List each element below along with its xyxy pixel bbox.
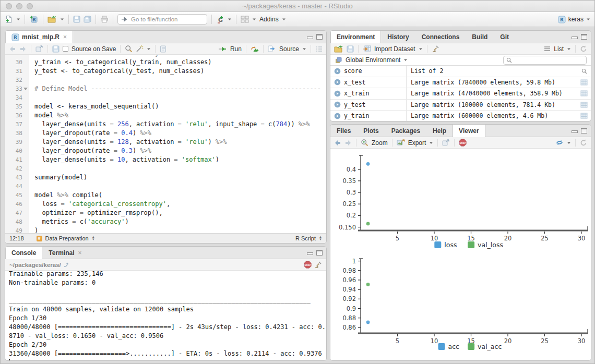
environment-object-y_test[interactable]: y_testLarge matrix (100000 elements, 781… <box>330 100 591 111</box>
save-all-icon[interactable] <box>84 16 91 23</box>
export-plot-icon[interactable] <box>397 139 405 146</box>
expand-object-icon[interactable] <box>334 79 341 86</box>
maximize-pane-icon[interactable] <box>316 34 323 40</box>
files-tab-files[interactable]: Files <box>330 125 357 137</box>
code-line-49[interactable]: 49) <box>5 226 326 233</box>
zoom-button[interactable]: Zoom <box>372 139 388 147</box>
close-tab-icon[interactable]: × <box>63 33 67 41</box>
new-file-icon[interactable] <box>5 15 13 23</box>
env-tab-history[interactable]: History <box>381 31 415 43</box>
code-line-33[interactable]: 33# Define Model -----------------------… <box>5 84 326 93</box>
code-line-35[interactable]: 35model <- keras_model_sequential() <box>5 102 326 111</box>
zoom-plot-icon[interactable] <box>361 139 368 147</box>
refresh-viewer-icon[interactable] <box>580 139 587 147</box>
environment-object-score[interactable]: scoreList of 2 <box>330 66 591 77</box>
code-line-47[interactable]: 47 optimizer = optimizer_rmsprop(), <box>5 209 326 217</box>
import-dataset-icon[interactable] <box>363 45 371 52</box>
environment-object-x_train[interactable]: x_trainLarge matrix (47040000 elements, … <box>330 88 591 100</box>
view-table-icon[interactable] <box>580 79 588 86</box>
rerun-icon[interactable] <box>251 46 259 52</box>
forward-icon[interactable] <box>19 46 27 52</box>
source-button[interactable]: Source <box>279 45 299 53</box>
code-line-40[interactable]: 40 layer_dropout(rate = 0.3) %>% <box>5 147 326 155</box>
code-line-30[interactable]: 30y_train <- to_categorical(y_train, num… <box>5 58 326 67</box>
files-tab-plots[interactable]: Plots <box>357 125 385 137</box>
files-tab-help[interactable]: Help <box>426 125 453 137</box>
files-tab-viewer[interactable]: Viewer <box>453 125 485 137</box>
goto-file-function-box[interactable] <box>117 14 207 25</box>
interrupt-r-icon[interactable]: STOP <box>304 261 312 269</box>
code-line-39[interactable]: 39 layer_dense(units = 128, activation =… <box>5 138 326 147</box>
maximize-pane-icon[interactable] <box>581 128 587 134</box>
maximize-pane-icon[interactable] <box>581 34 587 40</box>
code-tools-caret[interactable] <box>147 47 151 51</box>
close-tab-icon[interactable]: × <box>78 249 81 257</box>
view-table-icon[interactable] <box>580 113 588 119</box>
environment-object-y_train[interactable]: y_trainLarge matrix (600000 elements, 4.… <box>330 111 591 122</box>
stop-app-icon[interactable]: STOP <box>459 139 467 147</box>
save-icon[interactable] <box>73 16 80 23</box>
env-tab-git[interactable]: Git <box>494 31 515 43</box>
code-line-32[interactable]: 32 <box>5 76 326 84</box>
new-file-menu-caret[interactable] <box>16 17 20 21</box>
environment-scope-caret[interactable] <box>403 58 408 62</box>
project-menu[interactable]: R keras <box>558 16 590 23</box>
code-line-43[interactable]: 43summary(model) <box>5 173 326 182</box>
goto-file-function-input[interactable] <box>131 16 194 22</box>
env-tab-build[interactable]: Build <box>466 31 494 43</box>
forward-icon[interactable] <box>344 140 352 146</box>
clear-environment-icon[interactable] <box>432 45 439 53</box>
code-line-41[interactable]: 41 layer_dense(units = 10, activation = … <box>5 155 326 164</box>
code-tools-icon[interactable] <box>136 45 144 53</box>
open-recent-caret[interactable] <box>60 17 64 21</box>
view-table-icon[interactable] <box>580 90 588 96</box>
environment-search-box[interactable] <box>503 56 587 65</box>
workspace-panes-caret[interactable] <box>252 17 256 21</box>
file-type-selector[interactable]: R Script <box>295 235 316 241</box>
export-button[interactable]: Export <box>408 139 426 147</box>
source-menu-caret[interactable] <box>302 47 306 51</box>
workspace-panes-icon[interactable] <box>241 16 249 23</box>
minimize-pane-icon[interactable] <box>572 37 578 39</box>
compile-report-icon[interactable] <box>160 45 166 53</box>
code-line-45[interactable]: 45model %>% compile( <box>5 191 326 200</box>
save-workspace-icon[interactable] <box>347 45 354 53</box>
console-tab-console[interactable]: Console <box>5 247 42 259</box>
print-icon[interactable] <box>100 16 109 23</box>
save-source-icon[interactable] <box>52 45 59 53</box>
code-line-48[interactable]: 48 metrics = c('accuracy') <box>5 217 326 226</box>
environment-scope-selector[interactable]: Global Environment <box>346 56 400 64</box>
open-in-new-window-icon[interactable] <box>35 45 43 52</box>
export-menu-caret[interactable] <box>429 141 433 145</box>
code-editor[interactable]: 29# Convert class vectors to binary clas… <box>5 55 326 233</box>
code-line-38[interactable]: 38 layer_dropout(rate = 0.4) %>% <box>5 129 326 138</box>
source-on-save-checkbox[interactable] <box>63 46 68 52</box>
load-workspace-icon[interactable] <box>334 45 343 53</box>
env-tab-connections[interactable]: Connections <box>415 31 466 43</box>
expand-object-icon[interactable] <box>334 68 341 75</box>
fold-section-icon[interactable] <box>23 88 28 90</box>
minimize-pane-icon[interactable] <box>307 252 313 255</box>
show-in-new-window-icon[interactable] <box>442 139 450 146</box>
run-button[interactable]: Run <box>230 45 242 53</box>
view-mode-button[interactable]: List <box>554 45 564 53</box>
maximize-pane-icon[interactable] <box>316 250 323 256</box>
import-dataset-caret[interactable] <box>419 47 423 51</box>
inspect-object-icon[interactable] <box>581 68 587 74</box>
back-icon[interactable] <box>334 140 341 146</box>
expand-object-icon[interactable] <box>334 90 341 97</box>
source-file-icon[interactable] <box>268 45 276 52</box>
expand-object-icon[interactable] <box>334 113 341 119</box>
view-mode-caret[interactable] <box>567 47 571 51</box>
view-table-icon[interactable] <box>580 102 588 108</box>
find-replace-icon[interactable] <box>125 45 133 53</box>
code-line-34[interactable]: 34 <box>5 93 326 102</box>
run-icon[interactable] <box>218 46 227 52</box>
environment-object-x_test[interactable]: x_testLarge matrix (7840000 elements, 59… <box>330 77 591 89</box>
editor-tab-mnist-mlp-r[interactable]: Rmnist_mlp.R× <box>5 31 73 43</box>
code-line-36[interactable]: 36model %>% <box>5 111 326 120</box>
minimize-pane-icon[interactable] <box>307 37 313 39</box>
version-control-caret[interactable] <box>228 17 232 21</box>
files-tab-packages[interactable]: Packages <box>385 125 426 137</box>
list-view-icon[interactable] <box>544 46 551 52</box>
